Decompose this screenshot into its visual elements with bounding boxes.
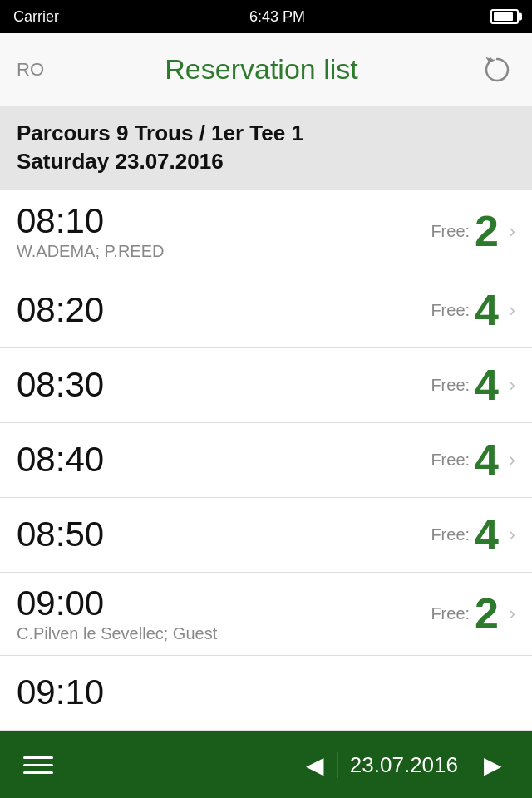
battery-icon (490, 9, 519, 24)
chevron-right-icon: › (509, 298, 515, 322)
chevron-right-icon: › (509, 219, 515, 243)
current-date-label: 23.07.2016 (337, 752, 470, 778)
free-count: 2 (475, 592, 499, 635)
status-bar: Carrier 6:43 PM (0, 0, 532, 33)
free-count: 4 (475, 288, 499, 332)
reservation-players: W.ADEMA; P.REED (17, 242, 424, 261)
refresh-button[interactable] (479, 52, 515, 88)
time-label: 6:43 PM (249, 8, 305, 26)
free-label: Free: (431, 376, 470, 395)
reservation-item[interactable]: 08:10W.ADEMA; P.REEDFree:2› (0, 190, 532, 273)
free-count: 2 (475, 209, 499, 253)
chevron-right-icon: › (509, 448, 515, 471)
free-count: 4 (475, 513, 499, 556)
reservation-item[interactable]: 08:40Free:4› (0, 423, 532, 498)
menu-button[interactable] (17, 750, 60, 781)
reservation-time: 09:00 (17, 584, 424, 623)
reservation-item[interactable]: 08:20Free:4› (0, 273, 532, 348)
carrier-info: Carrier (13, 8, 64, 26)
chevron-right-icon: › (509, 523, 515, 546)
free-count: 4 (475, 438, 499, 481)
reservation-time: 08:20 (17, 291, 424, 329)
free-label: Free: (431, 222, 470, 241)
bottom-toolbar: ◀ 23.07.2016 ▶ (0, 732, 532, 798)
free-label: Free: (431, 301, 470, 320)
next-date-button[interactable]: ▶ (470, 745, 515, 786)
free-label: Free: (431, 604, 470, 623)
date-navigation: ◀ 23.07.2016 ▶ (293, 745, 515, 786)
chevron-right-icon: › (509, 373, 515, 397)
reservation-players: C.Pilven le Sevellec; Guest (17, 624, 424, 643)
section-title-line2: Saturday 23.07.2016 (17, 148, 515, 176)
reservation-time: 09:10 (17, 673, 515, 712)
reservation-item[interactable]: 08:30Free:4› (0, 348, 532, 423)
prev-date-button[interactable]: ◀ (293, 745, 337, 786)
reservation-time: 08:10 (17, 202, 424, 240)
page-title: Reservation list (165, 53, 357, 86)
reservation-list: 08:10W.ADEMA; P.REEDFree:2›08:20Free:4›0… (0, 190, 532, 731)
back-button[interactable]: RO (17, 59, 44, 81)
section-header: Parcours 9 Trous / 1er Tee 1 Saturday 23… (0, 106, 532, 190)
section-title-line1: Parcours 9 Trous / 1er Tee 1 (17, 120, 515, 148)
nav-bar: RO Reservation list (0, 33, 532, 106)
reservation-time: 08:40 (17, 441, 424, 479)
reservation-item[interactable]: 09:00C.Pilven le Sevellec; GuestFree:2› (0, 573, 532, 656)
free-label: Free: (431, 451, 470, 470)
reservation-item[interactable]: 08:50Free:4› (0, 498, 532, 573)
free-label: Free: (431, 525, 470, 544)
reservation-item[interactable]: 09:10 (0, 656, 532, 731)
chevron-right-icon: › (509, 602, 515, 625)
refresh-icon (481, 54, 513, 86)
reservation-time: 08:50 (17, 515, 424, 554)
reservation-time: 08:30 (17, 366, 424, 404)
free-count: 4 (475, 363, 499, 406)
carrier-label: Carrier (13, 8, 59, 26)
